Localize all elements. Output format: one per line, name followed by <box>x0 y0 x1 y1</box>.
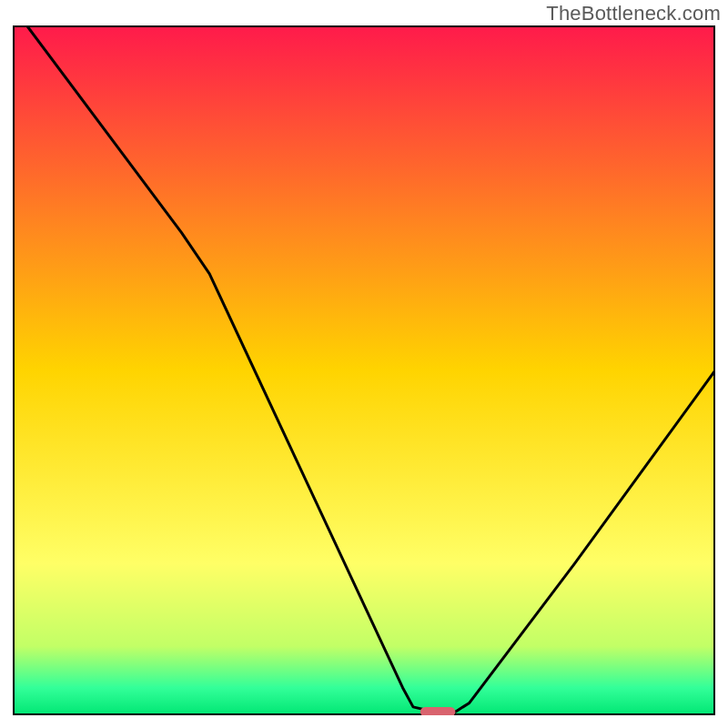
gradient-background <box>13 25 715 715</box>
chart-frame: TheBottleneck.com <box>0 0 728 728</box>
bottleneck-chart <box>13 25 715 715</box>
optimal-marker <box>420 707 456 715</box>
watermark-text: TheBottleneck.com <box>546 2 721 25</box>
plot-area <box>13 25 715 715</box>
